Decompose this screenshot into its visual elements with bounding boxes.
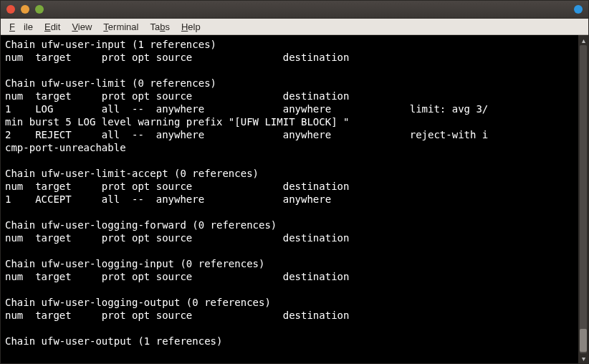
window-buttons bbox=[6, 5, 44, 14]
menu-edit[interactable]: Edit bbox=[40, 20, 64, 34]
scroll-up-icon[interactable]: ▴ bbox=[578, 35, 588, 45]
scroll-down-icon[interactable]: ▾ bbox=[578, 353, 588, 363]
menu-terminal[interactable]: Terminal bbox=[99, 20, 143, 34]
menu-tabs[interactable]: Tabs bbox=[145, 20, 173, 34]
status-dot-icon bbox=[574, 5, 583, 14]
window-titlebar[interactable] bbox=[1, 1, 588, 19]
scrollbar[interactable]: ▴ ▾ bbox=[578, 35, 588, 363]
titlebar-right bbox=[574, 5, 583, 14]
menu-view[interactable]: View bbox=[67, 20, 96, 34]
minimize-icon[interactable] bbox=[21, 5, 29, 14]
terminal-output[interactable]: Chain ufw-user-input (1 references) num … bbox=[1, 35, 578, 363]
scrollbar-track[interactable] bbox=[580, 45, 587, 353]
maximize-icon[interactable] bbox=[35, 5, 44, 14]
menu-file[interactable]: File bbox=[5, 20, 37, 34]
terminal-window: File Edit View Terminal Tabs Help Chain … bbox=[0, 0, 589, 364]
terminal-area: Chain ufw-user-input (1 references) num … bbox=[1, 35, 588, 363]
menu-help[interactable]: Help bbox=[177, 20, 205, 34]
menubar: File Edit View Terminal Tabs Help bbox=[1, 19, 588, 35]
scrollbar-thumb[interactable] bbox=[580, 329, 587, 352]
close-icon[interactable] bbox=[6, 5, 15, 14]
